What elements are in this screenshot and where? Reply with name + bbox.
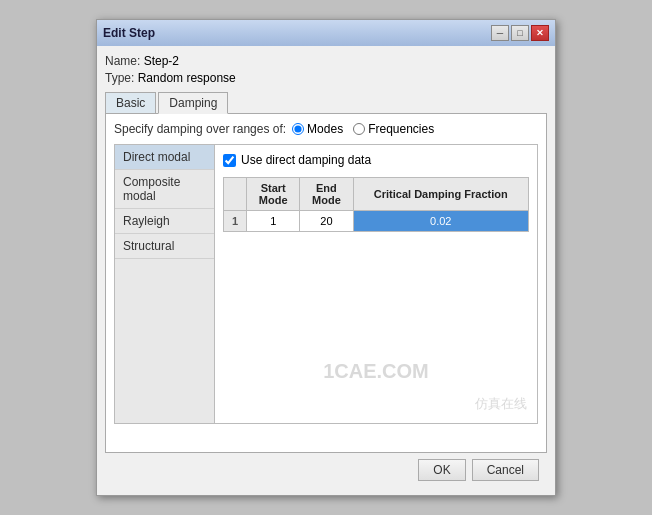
window-body: Name: Step-2 Type: Random response Basic… [97,46,555,495]
close-button[interactable]: ✕ [531,25,549,41]
right-panel: Use direct damping data StartMode EndMod… [215,145,537,423]
type-row: Type: Random response [105,71,547,85]
radio-frequencies-item[interactable]: Frequencies [353,122,434,136]
window-title: Edit Step [103,26,155,40]
name-row: Name: Step-2 [105,54,547,68]
bottom-bar: OK Cancel [105,453,547,487]
title-bar: Edit Step ─ □ ✕ [97,20,555,46]
table-cell-fraction[interactable]: 0.02 [353,211,529,232]
radio-modes-label: Modes [307,122,343,136]
minimize-button[interactable]: ─ [491,25,509,41]
cancel-button[interactable]: Cancel [472,459,539,481]
range-label: Specify damping over ranges of: [114,122,286,136]
sidebar-item-rayleigh[interactable]: Rayleigh [115,209,214,234]
watermark-cn: 仿真在线 [475,395,527,413]
type-value: Random response [138,71,236,85]
content-area: Direct modal Composite modal Rayleigh St… [114,144,538,424]
tab-damping[interactable]: Damping [158,92,228,114]
maximize-button[interactable]: □ [511,25,529,41]
edit-step-window: Edit Step ─ □ ✕ Name: Step-2 Type: Rando… [96,19,556,496]
table-header-row: StartMode EndMode Critical Damping Fract… [224,178,529,211]
radio-modes-item[interactable]: Modes [292,122,343,136]
sidebar-item-composite-modal[interactable]: Composite modal [115,170,214,209]
table-header-start-mode: StartMode [247,178,300,211]
table-cell-rownum: 1 [224,211,247,232]
radio-modes[interactable] [292,123,304,135]
radio-group: Modes Frequencies [292,122,434,136]
table-header-critical-damping: Critical Damping Fraction [353,178,529,211]
checkbox-label: Use direct damping data [241,153,371,167]
table-header-end-mode: EndMode [300,178,353,211]
left-panel: Direct modal Composite modal Rayleigh St… [115,145,215,423]
type-label: Type: [105,71,134,85]
name-value: Step-2 [144,54,179,68]
table-cell-start-mode[interactable]: 1 [247,211,300,232]
sidebar-item-direct-modal[interactable]: Direct modal [115,145,214,170]
radio-frequencies-label: Frequencies [368,122,434,136]
radio-frequencies[interactable] [353,123,365,135]
table-row: 1 1 20 0.02 [224,211,529,232]
tabs-row: Basic Damping [105,91,547,113]
window-controls: ─ □ ✕ [491,25,549,41]
tab-basic[interactable]: Basic [105,92,156,114]
name-label: Name: [105,54,140,68]
sidebar-item-structural[interactable]: Structural [115,234,214,259]
table-cell-end-mode[interactable]: 20 [300,211,353,232]
ok-button[interactable]: OK [418,459,465,481]
data-table: StartMode EndMode Critical Damping Fract… [223,177,529,232]
checkbox-row: Use direct damping data [223,153,529,167]
damping-range-row: Specify damping over ranges of: Modes Fr… [114,122,538,136]
use-direct-damping-checkbox[interactable] [223,154,236,167]
watermark: 1CAE.COM [323,360,429,383]
table-header-rownum [224,178,247,211]
table-area: StartMode EndMode Critical Damping Fract… [223,177,529,232]
main-panel: Specify damping over ranges of: Modes Fr… [105,113,547,453]
